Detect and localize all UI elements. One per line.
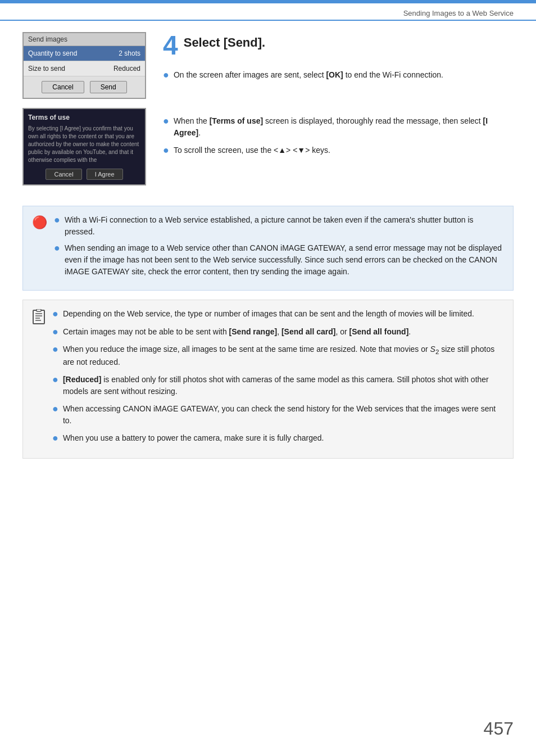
- note-bullet-2: ● Certain images may not be able to be s…: [52, 326, 504, 338]
- cancel-button[interactable]: Cancel: [42, 81, 84, 93]
- note-bullet-4-text: [Reduced] is enabled only for still phot…: [63, 374, 504, 397]
- right-column: 4 Select [Send]. ● On the screen after i…: [163, 32, 514, 194]
- terms-bullet-2-text: To scroll the screen, use the <▲> <▼> ke…: [174, 144, 330, 156]
- note-bullet-6-text: When you use a battery to power the came…: [63, 432, 324, 444]
- note-content: ● Depending on the Web service, the type…: [52, 308, 504, 450]
- note-bullet-4: ● [Reduced] is enabled only for still ph…: [52, 374, 504, 397]
- note-bullet-3-text: When you reduce the image size, all imag…: [63, 343, 504, 368]
- terms-buttons: Cancel I Agree: [28, 169, 140, 180]
- send-images-screen: Send images Quantity to send 2 shots Siz…: [22, 32, 146, 99]
- note-dot-2: ●: [52, 326, 58, 338]
- page-number: 457: [484, 718, 514, 739]
- step4-bullets: ● On the screen after images are sent, s…: [163, 69, 514, 82]
- note-bullet-6: ● When you use a battery to power the ca…: [52, 432, 504, 445]
- note-bullet-3: ● When you reduce the image size, all im…: [52, 343, 504, 368]
- bullet-dot-1: ●: [163, 69, 169, 82]
- terms-bullet-1: ● When the [Terms of use] screen is disp…: [163, 115, 514, 139]
- terms-bullet-2: ● To scroll the screen, use the <▲> <▼> …: [163, 144, 514, 157]
- note-dot-5: ●: [52, 403, 58, 415]
- caution-bullet-1-text: With a Wi-Fi connection to a Web service…: [65, 214, 504, 238]
- note-dot-4: ●: [52, 374, 58, 386]
- step4-heading: 4 Select [Send].: [163, 32, 514, 59]
- left-column: Send images Quantity to send 2 shots Siz…: [22, 32, 146, 194]
- bullet-dot-terms-1: ●: [163, 115, 169, 128]
- size-row: Size to send Reduced: [24, 61, 145, 76]
- size-label: Size to send: [28, 65, 65, 73]
- i-agree-button[interactable]: I Agree: [87, 169, 123, 180]
- note-bullets: ● Depending on the Web service, the type…: [52, 308, 504, 445]
- terms-screen: Terms of use By selecting [I Agree] you …: [22, 108, 146, 185]
- terms-body: By selecting [I Agree] you confirm that …: [28, 125, 140, 164]
- note-bullet-1-text: Depending on the Web service, the type o…: [63, 308, 474, 320]
- caution-bullet-1: ● With a Wi-Fi connection to a Web servi…: [54, 214, 504, 238]
- svg-rect-5: [37, 309, 41, 311]
- caution-box: 🔴 ● With a Wi-Fi connection to a Web ser…: [22, 206, 514, 291]
- quantity-value: 2 shots: [119, 49, 140, 57]
- note-dot-3: ●: [52, 343, 58, 356]
- step4-bullet-1-text: On the screen after images are sent, sel…: [174, 69, 443, 81]
- note-dot-6: ●: [52, 432, 58, 445]
- send-images-title: Send images: [24, 33, 145, 46]
- terms-title: Terms of use: [28, 114, 140, 121]
- page-header: Sending Images to a Web Service: [0, 3, 536, 21]
- terms-bullet-1-text: When the [Terms of use] screen is displa…: [174, 115, 514, 139]
- size-value: Reduced: [113, 65, 140, 73]
- note-bullet-5: ● When accessing CANON iMAGE GATEWAY, yo…: [52, 403, 504, 427]
- note-bullet-5-text: When accessing CANON iMAGE GATEWAY, you …: [63, 403, 504, 427]
- step4-bullet-1: ● On the screen after images are sent, s…: [163, 69, 514, 82]
- send-button[interactable]: Send: [90, 81, 127, 93]
- note-box: ● Depending on the Web service, the type…: [22, 300, 514, 459]
- terms-cancel-button[interactable]: Cancel: [46, 169, 81, 180]
- step-number: 4: [163, 32, 178, 59]
- step-title: Select [Send].: [184, 32, 265, 50]
- note-dot-1: ●: [52, 308, 58, 320]
- svg-rect-0: [33, 310, 44, 324]
- caution-content: ● With a Wi-Fi connection to a Web servi…: [54, 214, 504, 282]
- quantity-row: Quantity to send 2 shots: [24, 46, 145, 61]
- note-bullet-1: ● Depending on the Web service, the type…: [52, 308, 504, 320]
- terms-bullets: ● When the [Terms of use] screen is disp…: [163, 115, 514, 157]
- bullet-dot-terms-2: ●: [163, 144, 169, 157]
- caution-bullet-2: ● When sending an image to a Web service…: [54, 242, 504, 278]
- note-bullet-2-text: Certain images may not be able to be sen…: [63, 326, 411, 338]
- caution-dot-2: ●: [54, 242, 60, 255]
- page-header-title: Sending Images to a Web Service: [403, 9, 514, 17]
- caution-icon: 🔴: [32, 215, 47, 230]
- caution-dot-1: ●: [54, 214, 60, 227]
- caution-bullets: ● With a Wi-Fi connection to a Web servi…: [54, 214, 504, 278]
- caution-bullet-2-text: When sending an image to a Web service o…: [65, 242, 504, 278]
- note-icon: [32, 309, 46, 328]
- send-screen-buttons: Cancel Send: [24, 76, 145, 98]
- quantity-label: Quantity to send: [28, 49, 77, 57]
